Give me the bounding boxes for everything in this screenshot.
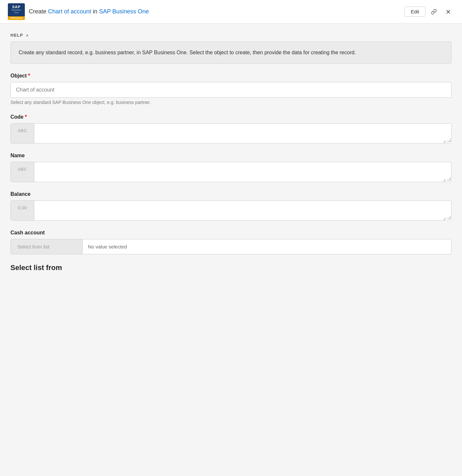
name-label: Name bbox=[10, 153, 452, 159]
balance-textarea[interactable] bbox=[34, 201, 446, 220]
cash-account-section: Cash account Select from list No value s… bbox=[10, 230, 452, 254]
balance-label: Balance bbox=[10, 191, 452, 197]
code-section: Code* ABC bbox=[10, 114, 452, 144]
object-section: Object* Select any standard SAP Business… bbox=[10, 73, 452, 105]
close-icon bbox=[445, 9, 451, 15]
help-description: Create any standard record, e.g. busines… bbox=[10, 42, 452, 64]
code-label: Code* bbox=[10, 114, 452, 120]
link-icon bbox=[431, 9, 437, 15]
header-actions: Edit bbox=[404, 6, 454, 18]
code-input-row: ABC bbox=[10, 123, 452, 144]
cash-value-display: No value selected bbox=[82, 239, 452, 254]
code-type-label: ABC bbox=[11, 124, 34, 143]
main-content: HELP ∧ Create any standard record, e.g. … bbox=[0, 24, 462, 476]
close-button[interactable] bbox=[442, 6, 454, 18]
balance-resize-handle[interactable] bbox=[446, 201, 451, 220]
code-required-star: * bbox=[25, 114, 27, 120]
balance-input-row: 0.00 bbox=[10, 200, 452, 221]
name-resize-handle[interactable] bbox=[446, 162, 451, 182]
object-required-star: * bbox=[28, 73, 30, 79]
help-section: HELP ∧ Create any standard record, e.g. … bbox=[10, 33, 452, 64]
code-resize-handle[interactable] bbox=[446, 124, 451, 143]
sap-logo: SAP BusinessOne PRIVATE bbox=[8, 3, 25, 20]
help-chevron-icon: ∧ bbox=[26, 33, 29, 38]
object-input[interactable] bbox=[10, 82, 452, 98]
select-list-from-label: Select list from bbox=[10, 264, 452, 272]
name-type-label: ABC bbox=[11, 162, 34, 182]
code-textarea[interactable] bbox=[34, 124, 446, 143]
cash-account-row: Select from list No value selected bbox=[10, 239, 452, 254]
object-label: Object* bbox=[10, 73, 452, 79]
name-textarea[interactable] bbox=[34, 162, 446, 182]
title-middle: in bbox=[91, 8, 99, 15]
sap-text: SAP bbox=[12, 5, 21, 9]
help-toggle[interactable]: HELP ∧ bbox=[10, 33, 452, 38]
cash-account-label: Cash account bbox=[10, 230, 452, 236]
title-object: Chart of account bbox=[48, 8, 91, 15]
link-button[interactable] bbox=[428, 6, 440, 18]
help-label: HELP bbox=[10, 33, 23, 38]
sap-sub-text: BusinessOne bbox=[12, 9, 21, 14]
balance-type-label: 0.00 bbox=[11, 201, 34, 220]
private-badge: PRIVATE bbox=[8, 16, 25, 20]
header-title: Create Chart of account in SAP Business … bbox=[29, 8, 401, 15]
header: SAP BusinessOne PRIVATE Create Chart of … bbox=[0, 0, 462, 24]
object-hint: Select any standard SAP Business One obj… bbox=[10, 100, 452, 105]
name-section: Name ABC bbox=[10, 153, 452, 182]
cash-select-list-button[interactable]: Select from list bbox=[10, 239, 82, 254]
select-list-section: Select list from bbox=[10, 264, 452, 272]
title-app: SAP Business One bbox=[99, 8, 149, 15]
title-prefix: Create bbox=[29, 8, 48, 15]
balance-section: Balance 0.00 bbox=[10, 191, 452, 221]
name-input-row: ABC bbox=[10, 162, 452, 182]
sap-logo-inner: SAP BusinessOne bbox=[8, 3, 25, 16]
edit-button[interactable]: Edit bbox=[404, 7, 425, 17]
